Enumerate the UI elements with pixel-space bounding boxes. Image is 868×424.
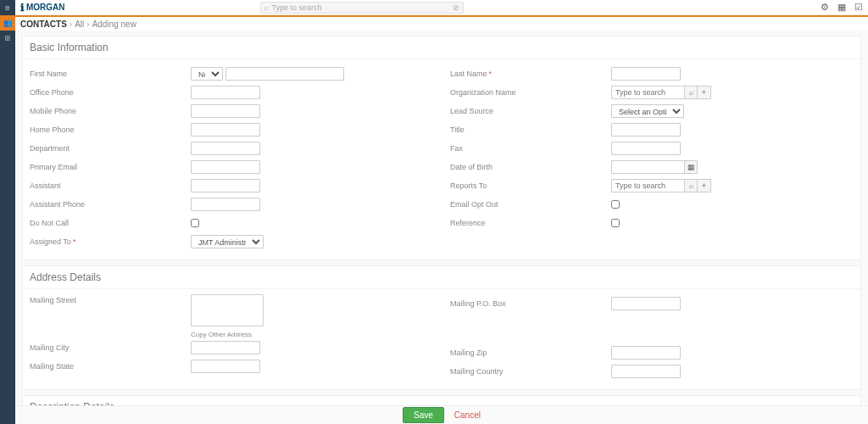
calendar-picker-icon[interactable]: ▦ xyxy=(684,160,698,174)
section-description: Description Details Description xyxy=(22,395,861,405)
reports-add-button[interactable]: + xyxy=(698,179,711,192)
label-department: Department xyxy=(30,144,191,153)
label-email-opt-out: Email Opt Out xyxy=(450,200,611,209)
breadcrumb-module[interactable]: CONTACTS xyxy=(20,20,67,29)
mailing-zip-input[interactable] xyxy=(611,346,681,360)
search-clear-icon[interactable]: ⊘ xyxy=(453,3,459,12)
label-assistant-phone: Assistant Phone xyxy=(30,200,191,209)
home-phone-input[interactable] xyxy=(191,123,260,137)
gear-icon[interactable]: ⚙ xyxy=(821,2,829,13)
org-add-button[interactable]: + xyxy=(698,86,711,99)
label-do-not-call: Do Not Call xyxy=(30,219,191,227)
section-address-title: Address Details xyxy=(23,266,860,289)
label-first-name: First Name xyxy=(30,70,191,78)
brand-text: MORGAN xyxy=(26,3,65,12)
calendar-icon[interactable]: ▦ xyxy=(837,2,846,13)
label-assistant: Assistant xyxy=(30,181,191,190)
title-input[interactable] xyxy=(611,123,681,137)
assigned-to-select[interactable]: JMT Administrator xyxy=(191,235,264,248)
breadcrumb-l1[interactable]: All xyxy=(75,20,84,29)
label-mailing-street: Mailing Street xyxy=(30,294,191,304)
dob-input[interactable] xyxy=(611,160,684,174)
copy-other-address-link[interactable]: Copy Other Address xyxy=(191,331,252,338)
mailing-street-input[interactable] xyxy=(191,294,264,326)
sidebar-item-documents[interactable] xyxy=(0,31,15,46)
label-mailing-city: Mailing City xyxy=(30,343,191,352)
mailing-state-input[interactable] xyxy=(191,360,260,373)
mailing-country-input[interactable] xyxy=(611,365,681,378)
fax-input[interactable] xyxy=(611,142,681,155)
menu-toggle[interactable] xyxy=(0,0,15,15)
sidebar xyxy=(0,0,15,424)
form-footer: Save Cancel xyxy=(15,405,868,424)
breadcrumb: CONTACTS › All › Adding new xyxy=(15,15,868,31)
do-not-call-checkbox[interactable] xyxy=(191,219,199,227)
section-basic: Basic Information First Name None Office… xyxy=(22,36,861,260)
reports-search-button[interactable]: ⌕ xyxy=(684,179,698,192)
global-search[interactable]: ⌕ Type to search ⊘ xyxy=(260,2,464,14)
mailing-city-input[interactable] xyxy=(191,341,260,354)
check-icon[interactable]: ☑ xyxy=(854,2,863,13)
search-icon: ⌕ xyxy=(264,3,269,12)
organization-combo: ⌕ + xyxy=(611,86,711,99)
label-home-phone: Home Phone xyxy=(30,126,191,134)
label-reports-to: Reports To xyxy=(450,181,611,190)
organization-input[interactable] xyxy=(611,86,684,99)
assistant-phone-input[interactable] xyxy=(191,198,260,211)
search-placeholder: Type to search xyxy=(272,3,322,12)
label-mailing-state: Mailing State xyxy=(30,362,191,371)
label-last-name: Last Name* xyxy=(450,70,611,78)
topbar: ℹ MORGAN ⌕ Type to search ⊘ ⚙ ▦ ☑ xyxy=(15,0,868,15)
label-office-phone: Office Phone xyxy=(30,88,191,97)
brand-mark-icon: ℹ xyxy=(20,2,25,14)
label-mailing-zip: Mailing Zip xyxy=(450,349,611,357)
breadcrumb-l2: Adding new xyxy=(92,20,136,29)
form-content: Basic Information First Name None Office… xyxy=(15,31,868,405)
email-opt-out-checkbox[interactable] xyxy=(611,200,620,209)
first-name-input[interactable] xyxy=(225,67,344,81)
brand-logo: ℹ MORGAN xyxy=(20,2,65,14)
label-mailing-pobox: Mailing P.O. Box xyxy=(450,299,611,308)
salutation-select[interactable]: None xyxy=(191,67,223,81)
assistant-input[interactable] xyxy=(191,179,260,192)
label-mailing-country: Mailing Country xyxy=(450,367,611,376)
reports-to-combo: ⌕ + xyxy=(611,179,711,192)
label-mobile-phone: Mobile Phone xyxy=(30,107,191,115)
section-address: Address Details Mailing Street Copy Othe… xyxy=(22,265,861,390)
primary-email-input[interactable] xyxy=(191,160,260,174)
section-description-title: Description Details xyxy=(23,396,860,405)
label-fax: Fax xyxy=(450,144,611,153)
label-reference: Reference xyxy=(450,219,611,227)
mobile-phone-input[interactable] xyxy=(191,104,260,118)
reference-checkbox[interactable] xyxy=(611,219,620,227)
lead-source-select[interactable]: Select an Option xyxy=(611,104,684,118)
section-basic-title: Basic Information xyxy=(23,36,860,59)
label-assigned-to: Assigned To* xyxy=(30,237,191,246)
sidebar-item-contacts[interactable] xyxy=(0,15,15,31)
org-search-button[interactable]: ⌕ xyxy=(684,86,698,99)
label-primary-email: Primary Email xyxy=(30,163,191,171)
mailing-pobox-input[interactable] xyxy=(611,297,681,310)
last-name-input[interactable] xyxy=(611,67,681,81)
reports-to-input[interactable] xyxy=(611,179,684,192)
cancel-button[interactable]: Cancel xyxy=(454,410,481,420)
label-dob: Date of Birth xyxy=(450,163,611,171)
department-input[interactable] xyxy=(191,142,260,155)
office-phone-input[interactable] xyxy=(191,86,260,99)
label-organization: Organization Name xyxy=(450,88,611,97)
label-title: Title xyxy=(450,126,611,134)
save-button[interactable]: Save xyxy=(403,407,444,423)
label-lead-source: Lead Source xyxy=(450,107,611,115)
